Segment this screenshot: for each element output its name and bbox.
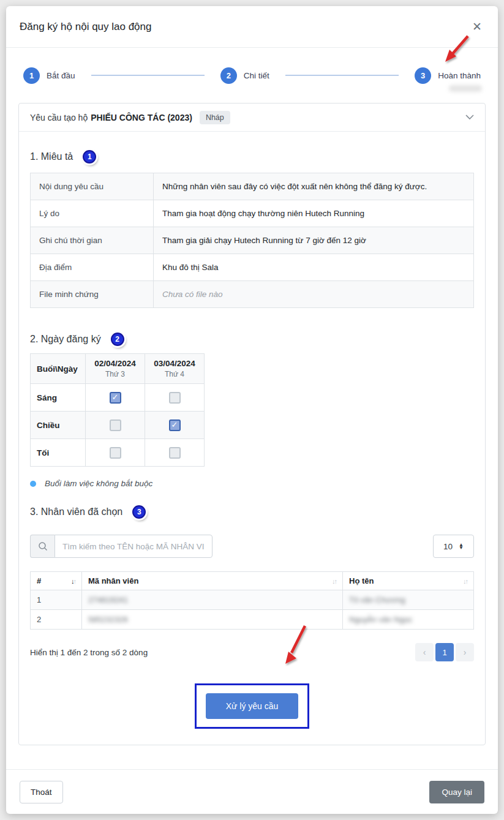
sort-icon: ↓↑: [332, 577, 336, 585]
header-code-label: Mã nhân viên: [88, 576, 138, 585]
employee-header-row: # ↓↑ Mã nhân viên ↓↑ Họ tên ↓↑: [31, 572, 474, 590]
checkbox-evening-day1[interactable]: ✓: [110, 447, 121, 459]
table-row: Lý do Tham gia hoạt động chạy thường niê…: [31, 200, 474, 227]
desc-label: File minh chứng: [31, 281, 154, 308]
checkbox-morning-day2[interactable]: ✓: [169, 392, 181, 404]
pagination-prev[interactable]: ‹: [415, 643, 434, 661]
rows-summary: Hiển thị 1 đến 2 trong số 2 dòng: [30, 648, 148, 657]
header-full-name[interactable]: Họ tên ↓↑: [343, 572, 474, 590]
step-3-circle: 3: [415, 67, 431, 84]
modal-title: Đăng ký hộ nội quy lao động: [20, 21, 152, 33]
desc-value: Khu đô thị Sala: [154, 254, 474, 281]
step-1-label: Bắt đầu: [47, 71, 75, 80]
pagination-next[interactable]: ›: [456, 643, 474, 661]
desc-label: Địa điểm: [31, 254, 154, 281]
schedule-date-header: 02/04/2024 Thứ 3: [86, 354, 145, 384]
desc-value: Những nhân viên sau đây có việc đột xuất…: [154, 173, 474, 200]
page-size-value: 10: [443, 542, 453, 551]
table-row: Nội dung yêu cầu Những nhân viên sau đây…: [31, 173, 474, 200]
section-2-title: 2. Ngày đăng ký: [30, 334, 101, 345]
section-2-heading: 2. Ngày đăng ký 2: [30, 333, 474, 346]
schedule-corner-header: Buổi\Ngày: [31, 354, 86, 384]
header-index-label: #: [37, 576, 41, 585]
table-row: File minh chứng Chưa có file nào: [31, 281, 474, 308]
exit-button[interactable]: Thoát: [20, 781, 63, 803]
page-size-select[interactable]: 10 ▲▼: [433, 535, 474, 558]
employee-toolbar: 10 ▲▼: [30, 535, 474, 558]
check-icon: ✓: [171, 420, 178, 429]
action-area: Xử lý yêu cầu: [30, 683, 474, 745]
desc-label: Ghi chú thời gian: [31, 227, 154, 254]
chevron-down-icon[interactable]: [465, 113, 474, 122]
schedule-row-evening: Tối ✓ ✓: [31, 439, 205, 467]
session-label: Chiều: [31, 412, 86, 439]
back-button[interactable]: Quay lại: [429, 781, 484, 803]
employee-row: 1 274819241 Tô văn Chương: [31, 590, 474, 610]
legend-dot-icon: [30, 481, 36, 487]
checkbox-evening-day2[interactable]: ✓: [169, 447, 181, 459]
description-table: Nội dung yêu cầu Những nhân viên sau đây…: [30, 173, 474, 308]
step-1-circle: 1: [23, 67, 40, 84]
desc-label: Lý do: [31, 200, 154, 227]
request-title: PHIẾU CÔNG TÁC (2023): [91, 113, 192, 122]
employee-row: 2 585232326 Nguyễn văn Ngọc: [31, 610, 474, 630]
employee-code-redacted: 585232326: [88, 615, 128, 624]
checkbox-afternoon-day1[interactable]: ✓: [110, 419, 121, 431]
request-title-prefix: Yêu cầu tạo hộ: [30, 113, 88, 122]
session-label: Sáng: [31, 384, 86, 412]
modal-footer: Thoát Quay lại: [6, 769, 498, 814]
weekday-label: Thứ 4: [151, 370, 198, 378]
employee-name-redacted: Tô văn Chương: [349, 595, 405, 604]
date-label: 02/04/2024: [92, 359, 138, 368]
section-1-title: 1. Miêu tả: [30, 151, 73, 162]
pagination-page-1[interactable]: 1: [435, 643, 454, 661]
date-label: 03/04/2024: [151, 359, 198, 368]
stepper-connector: [285, 75, 399, 76]
header-employee-code[interactable]: Mã nhân viên ↓↑: [82, 572, 343, 590]
schedule-legend: Buổi làm việc không bắt buộc: [30, 479, 474, 488]
desc-value: Tham gia hoạt động chạy thường niên Hute…: [154, 200, 474, 227]
sort-icon: ↓↑: [71, 577, 75, 585]
employee-name-redacted: Nguyễn văn Ngọc: [349, 615, 412, 624]
callout-badge-3: 3: [132, 505, 146, 519]
checkbox-afternoon-day2[interactable]: ✓: [169, 419, 181, 431]
session-label: Tối: [31, 439, 86, 467]
request-card-header[interactable]: Yêu cầu tạo hộ PHIẾU CÔNG TÁC (2023) Nhá…: [19, 103, 485, 132]
search-group: [30, 535, 213, 558]
section-1-heading: 1. Miêu tả 1: [30, 150, 474, 164]
annotation-highlight-box: Xử lý yêu cầu: [195, 683, 310, 729]
request-card-body: 1. Miêu tả 1 Nội dung yêu cầu Những nhân…: [19, 132, 485, 745]
legend-text: Buổi làm việc không bắt buộc: [45, 479, 152, 488]
close-icon[interactable]: ✕: [470, 18, 484, 35]
desc-value: Tham gia giải chạy Hutech Running từ 7 g…: [154, 227, 474, 254]
step-finish[interactable]: 3 Hoàn thành: [415, 67, 481, 84]
step-start[interactable]: 1 Bắt đầu: [23, 67, 75, 84]
weekday-label: Thứ 3: [92, 370, 138, 378]
step-3-label: Hoàn thành: [438, 71, 481, 80]
schedule-table: Buổi\Ngày 02/04/2024 Thứ 3 03/04/2024 Th…: [30, 353, 205, 467]
check-icon: ✓: [112, 393, 119, 402]
stepper-connector: [91, 75, 205, 76]
section-3-title: 3. Nhân viên đã chọn: [30, 506, 122, 517]
table-row: Ghi chú thời gian Tham gia giải chạy Hut…: [31, 227, 474, 254]
schedule-date-header: 03/04/2024 Thứ 4: [145, 354, 205, 384]
sort-icon: ↓↑: [463, 577, 467, 585]
search-icon: [30, 535, 55, 558]
step-details[interactable]: 2 Chi tiết: [220, 67, 269, 84]
process-request-button[interactable]: Xử lý yêu cầu: [206, 693, 299, 719]
header-index[interactable]: # ↓↑: [31, 572, 82, 590]
table-footer: Hiển thị 1 đến 2 trong số 2 dòng ‹ 1 ›: [30, 643, 474, 661]
schedule-row-morning: Sáng ✓ ✓: [31, 384, 205, 412]
row-index: 1: [31, 590, 82, 610]
schedule-row-afternoon: Chiều ✓ ✓: [31, 412, 205, 439]
spinner-arrows-icon: ▲▼: [459, 543, 464, 549]
search-input[interactable]: [55, 535, 213, 558]
callout-badge-2: 2: [111, 333, 124, 346]
section-3-heading: 3. Nhân viên đã chọn 3: [30, 505, 474, 519]
checkbox-morning-day1[interactable]: ✓: [110, 392, 121, 404]
no-file-text: Chưa có file nào: [154, 281, 474, 308]
callout-badge-1: 1: [83, 150, 96, 164]
pagination: ‹ 1 ›: [415, 643, 474, 661]
modal-header: Đăng ký hộ nội quy lao động ✕: [6, 6, 498, 48]
row-index: 2: [31, 610, 82, 630]
